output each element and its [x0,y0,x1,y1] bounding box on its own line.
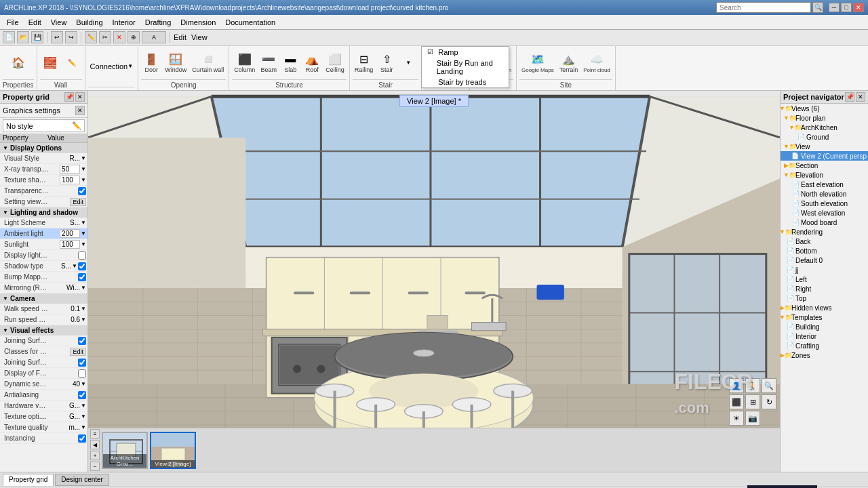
panel-pin-button[interactable]: 📌 [64,92,74,102]
sunlight-dropdown[interactable]: ▼ [81,241,86,247]
thumb-view2[interactable]: View 2 [Image] [150,432,196,469]
menu-dimension[interactable]: Dimension [176,17,220,28]
xray-input[interactable] [60,165,80,174]
vp-rotate-icon[interactable]: ↻ [762,394,776,409]
tree-floor-plan[interactable]: ▼📁 Floor plan [781,113,868,123]
tree-section[interactable]: ▶📁 Section [781,161,868,170]
tree-elevation[interactable]: ▼📁 Elevation [781,170,868,180]
toolbar-scissors[interactable]: ✂ [99,31,111,43]
thumb-nav-minus[interactable]: − [90,462,100,471]
vp-person-icon[interactable]: 👤 [729,378,744,393]
display-fa-checkbox[interactable] [78,369,86,378]
thumb-archkitchen[interactable]: ArchKitchen Grou... [102,432,148,469]
menu-edit[interactable]: Edit [24,17,45,28]
tree-interior[interactable]: 📄 Interior [781,331,868,341]
tool-properties[interactable]: 🏠 [8,53,28,72]
setting-view-edit-btn[interactable]: Edit [70,198,86,206]
display-light-checkbox[interactable] [78,251,86,260]
section-display-options[interactable]: ▼ Display Options [0,143,87,153]
panel-close-btn[interactable]: ✕ [75,92,85,102]
tool-terrain[interactable]: ⛰️ Terrain [557,49,580,75]
tree-left[interactable]: 📄 Left [781,274,868,284]
viewport-label[interactable]: View 2 [Image] * [399,95,469,107]
tree-ground[interactable]: 📄 Ground [781,132,868,142]
toolbar-redo[interactable]: ↪ [65,31,77,43]
sunlight-input[interactable] [60,240,80,249]
section-visual-effects[interactable]: ▼ Visual effects [0,325,87,336]
texture-quality-dropdown[interactable]: ▼ [81,424,86,430]
tree-north-elev[interactable]: 📄 North elevation [781,189,868,199]
tool-point-cloud[interactable]: ☁️ Point cloud [581,50,612,75]
menu-view[interactable]: View [47,17,71,28]
tab-design-center[interactable]: Design center [55,474,109,486]
toolbar-new[interactable]: 📄 [3,31,15,43]
tool-door[interactable]: 🚪 Door [141,49,161,75]
tree-south-elev[interactable]: 📄 South elevation [781,199,868,208]
section-camera[interactable]: ▼ Camera [0,293,87,304]
toolbar-text[interactable]: A [142,31,166,43]
tree-archkitchen[interactable]: ▼📁 ArchKitchen [781,123,868,132]
tree-rendering[interactable]: ▼📁 Rendering [781,227,868,237]
tool-google-maps[interactable]: 🗺️ Google Maps [519,50,556,75]
tree-view2[interactable]: 📄 View 2 (Current persp [781,151,868,161]
ambient-light-input[interactable] [60,229,80,238]
texture-opti-dropdown[interactable]: ▼ [81,413,86,420]
tree-right[interactable]: 📄 Right [781,284,868,293]
tool-column[interactable]: ⬛ Column [232,49,257,75]
right-panel-close[interactable]: ✕ [856,92,865,102]
tree-views[interactable]: ▼📁 Views (6) [781,104,868,113]
vp-walk-icon[interactable]: 🚶 [745,378,760,393]
tool-wall[interactable]: 🧱 [40,53,60,72]
texture-shade-dropdown[interactable]: ▼ [81,177,86,183]
mirroring-dropdown[interactable]: ▼ [81,285,86,291]
tool-railing[interactable]: ⊟ Railing [353,49,376,75]
menu-drafting[interactable]: Drafting [141,17,176,28]
walk-speed-dropdown[interactable]: ▼ [81,306,86,312]
toolbar-pencil[interactable]: ✏️ [85,31,97,43]
menu-building[interactable]: Building [72,17,106,28]
shadow-type-checkbox[interactable] [78,262,86,270]
tree-back[interactable]: 📄 Back [781,237,868,246]
toolbar-x[interactable]: ✕ [113,31,125,43]
tree-mood-board[interactable]: 📄 Mood board [781,218,868,227]
dropdown-ramp[interactable]: ☑ Ramp [422,47,509,58]
tool-wall-edit[interactable]: ✏️ [62,53,82,72]
graphics-settings-close[interactable]: ✕ [75,106,85,115]
right-panel-pin[interactable]: 📌 [845,92,854,102]
dropdown-stair-treads[interactable]: Stair by treads [422,77,509,87]
hardware-ve-dropdown[interactable]: ▼ [81,403,86,409]
toolbar-undo[interactable]: ↩ [51,31,63,43]
vp-camera-icon[interactable]: 📷 [745,411,760,426]
antialiasing-checkbox[interactable] [78,391,86,399]
tool-ceiling[interactable]: ⬜ Ceiling [323,49,347,75]
visual-style-dropdown-icon[interactable]: ▼ [81,155,86,161]
tree-zones[interactable]: ▶📁 Zones [781,350,868,360]
maximize-button[interactable]: □ [841,3,852,12]
tree-building[interactable]: 📄 Building [781,322,868,331]
minimize-button[interactable]: ─ [829,3,840,12]
tree-drafting[interactable]: 📄 Crafting [781,341,868,350]
tree-default0[interactable]: 📄 Default 0 [781,256,868,265]
ambient-light-dropdown[interactable]: ▼ [81,230,86,237]
dynamic-sect-dropdown[interactable]: ▼ [81,381,86,387]
thumb-nav-plus[interactable]: + [90,451,100,460]
shadow-type-dropdown[interactable]: ▼ [72,263,77,269]
tool-stair[interactable]: ⇧ Stair [376,49,397,75]
search-input[interactable] [716,2,811,13]
toolbar-open[interactable]: 📂 [17,31,29,43]
menu-file[interactable]: File [3,17,23,28]
xray-dropdown[interactable]: ▼ [81,166,86,172]
vp-cube-icon[interactable]: ⬛ [729,394,744,409]
tree-east-elev[interactable]: 📄 East elevation [781,180,868,189]
bump-mapping-checkbox[interactable] [78,273,86,281]
tree-view-folder[interactable]: ▼📁 View [781,142,868,151]
tool-window[interactable]: 🪟 Window [163,49,189,75]
tool-roof[interactable]: ⛺ Roof [302,49,322,75]
joining-surf2-checkbox[interactable] [78,359,86,367]
dropdown-stair-run[interactable]: Stair By Run and Landing [422,58,509,77]
tree-west-elev[interactable]: 📄 West elevation [781,208,868,218]
style-edit-pencil[interactable]: ✏️ [72,121,81,130]
tree-hidden-views[interactable]: ▶📁 Hidden views [781,303,868,312]
joining-surfaces-checkbox[interactable] [78,337,86,345]
menu-documentation[interactable]: Documentation [221,17,279,28]
